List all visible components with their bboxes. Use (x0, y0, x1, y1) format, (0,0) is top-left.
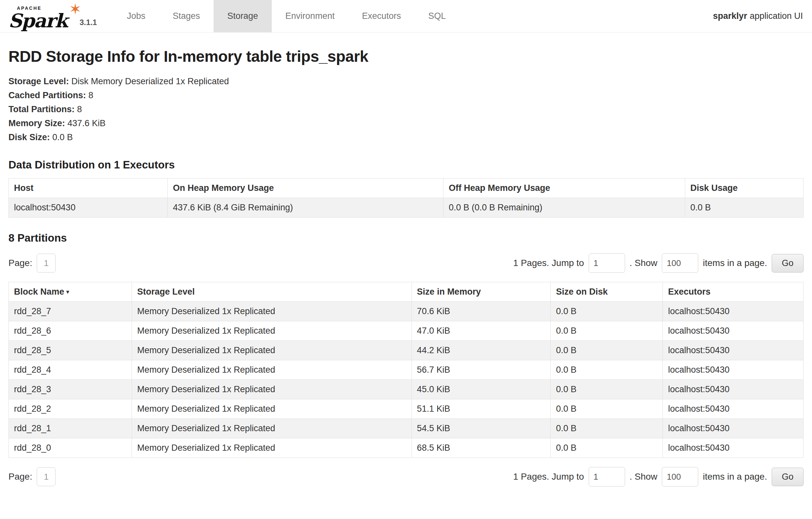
cell-size-on-disk: 0.0 B (551, 341, 663, 360)
cell-size-in-memory: 44.2 KiB (411, 341, 551, 360)
info-disk-size-value: 0.0 B (52, 132, 73, 142)
tab-sql-item: SQL (414, 0, 459, 32)
page-number-group: Page: (8, 467, 56, 486)
tab-stages[interactable]: Stages (159, 0, 213, 32)
partitions-heading: 8 Partitions (8, 232, 804, 244)
cell-block-name: rdd_28_1 (9, 419, 132, 438)
sort-descending-icon: ▾ (66, 289, 69, 295)
tab-executors[interactable]: Executors (348, 0, 414, 32)
data-distribution-heading: Data Distribution on 1 Executors (8, 159, 804, 171)
spark-star-icon: ✶ (69, 2, 82, 17)
info-disk-size-label: Disk Size: (8, 132, 50, 142)
info-total-partitions: Total Partitions: 8 (8, 103, 804, 116)
cell-disk-usage: 0.0 B (685, 198, 803, 218)
cell-executors: localhost:50430 (663, 321, 804, 341)
go-button[interactable]: Go (772, 468, 804, 486)
cell-on-heap: 437.6 KiB (8.4 GiB Remaining) (168, 198, 443, 218)
cell-block-name: rdd_28_0 (9, 438, 132, 458)
info-storage-level-value: Disk Memory Deserialized 1x Replicated (71, 76, 229, 86)
application-name-rest: application UI (750, 11, 803, 21)
table-row: rdd_28_2 Memory Deserialized 1x Replicat… (9, 399, 804, 419)
go-button[interactable]: Go (772, 254, 804, 273)
cell-host: localhost:50430 (9, 198, 168, 218)
table-row: rdd_28_3 Memory Deserialized 1x Replicat… (9, 380, 804, 399)
table-row: localhost:50430 437.6 KiB (8.4 GiB Remai… (9, 198, 804, 218)
items-per-page-input[interactable] (662, 467, 698, 487)
table-row: rdd_28_4 Memory Deserialized 1x Replicat… (9, 360, 804, 380)
cell-executors: localhost:50430 (663, 360, 804, 380)
col-block-name-label: Block Name (14, 287, 64, 297)
cell-block-name: rdd_28_2 (9, 399, 132, 419)
jump-controls: 1 Pages. Jump to . Show items in a page.… (513, 253, 804, 273)
cell-storage-level: Memory Deserialized 1x Replicated (132, 419, 411, 438)
cell-executors: localhost:50430 (663, 399, 804, 419)
cell-storage-level: Memory Deserialized 1x Replicated (132, 321, 411, 341)
cell-block-name: rdd_28_6 (9, 321, 132, 341)
page-label: Page: (8, 471, 32, 482)
col-block-name[interactable]: Block Name▾ (9, 282, 132, 302)
pages-jump-text: 1 Pages. Jump to (513, 471, 584, 482)
data-distribution-table: Host On Heap Memory Usage Off Heap Memor… (8, 178, 804, 218)
info-storage-level: Storage Level: Disk Memory Deserialized … (8, 75, 804, 88)
info-memory-size-label: Memory Size: (8, 118, 65, 128)
cell-size-in-memory: 68.5 KiB (411, 438, 551, 458)
application-name: sparklyr application UI (713, 0, 812, 32)
table-row: rdd_28_0 Memory Deserialized 1x Replicat… (9, 438, 804, 458)
jump-controls: 1 Pages. Jump to . Show items in a page.… (513, 467, 804, 487)
col-executors[interactable]: Executors (663, 282, 804, 302)
spark-wordmark: Spark (8, 10, 67, 32)
jump-to-input[interactable] (589, 253, 625, 273)
cell-executors: localhost:50430 (663, 380, 804, 399)
info-total-partitions-label: Total Partitions: (8, 104, 75, 114)
table-row: rdd_28_6 Memory Deserialized 1x Replicat… (9, 321, 804, 341)
cell-size-on-disk: 0.0 B (551, 438, 663, 458)
cell-storage-level: Memory Deserialized 1x Replicated (132, 302, 411, 321)
info-cached-partitions-value: 8 (88, 90, 93, 100)
tab-executors-item: Executors (348, 0, 414, 32)
cell-size-on-disk: 0.0 B (551, 419, 663, 438)
cell-size-on-disk: 0.0 B (551, 302, 663, 321)
page-number-group: Page: (8, 254, 56, 273)
page-content: RDD Storage Info for In-memory table tri… (0, 48, 812, 515)
cell-storage-level: Memory Deserialized 1x Replicated (132, 438, 411, 458)
tab-stages-item: Stages (159, 0, 213, 32)
info-memory-size-value: 437.6 KiB (68, 118, 106, 128)
cell-size-in-memory: 56.7 KiB (411, 360, 551, 380)
col-size-on-disk[interactable]: Size on Disk (551, 282, 663, 302)
show-text: . Show (630, 471, 658, 482)
spark-brand: APACHE Spark ✶ 3.1.1 (0, 0, 100, 32)
page-number-input[interactable] (37, 467, 56, 486)
top-navbar: APACHE Spark ✶ 3.1.1 Jobs Stages Storage… (0, 0, 812, 32)
items-text: items in a page. (703, 258, 767, 268)
cell-size-in-memory: 47.0 KiB (411, 321, 551, 341)
info-disk-size: Disk Size: 0.0 B (8, 130, 804, 144)
tab-jobs[interactable]: Jobs (113, 0, 159, 32)
cell-size-in-memory: 45.0 KiB (411, 380, 551, 399)
cell-size-in-memory: 51.1 KiB (411, 399, 551, 419)
page-number-input[interactable] (37, 254, 56, 273)
table-row: rdd_28_7 Memory Deserialized 1x Replicat… (9, 302, 804, 321)
tab-storage[interactable]: Storage (213, 0, 272, 32)
main-nav: Jobs Stages Storage Environment Executor… (113, 0, 459, 32)
cell-executors: localhost:50430 (663, 419, 804, 438)
tab-sql[interactable]: SQL (414, 0, 459, 32)
jump-to-input[interactable] (589, 467, 625, 487)
table-header-row: Host On Heap Memory Usage Off Heap Memor… (9, 179, 804, 198)
cell-storage-level: Memory Deserialized 1x Replicated (132, 399, 411, 419)
col-storage-level[interactable]: Storage Level (132, 282, 411, 302)
tab-storage-item: Storage (213, 0, 272, 32)
partitions-table: Block Name▾ Storage Level Size in Memory… (8, 282, 804, 458)
info-storage-level-label: Storage Level: (8, 76, 69, 86)
cell-block-name: rdd_28_4 (9, 360, 132, 380)
spark-logo: APACHE Spark ✶ (6, 3, 79, 31)
application-name-bold: sparklyr (713, 11, 747, 21)
cell-storage-level: Memory Deserialized 1x Replicated (132, 380, 411, 399)
tab-jobs-item: Jobs (113, 0, 159, 32)
show-text: . Show (630, 258, 658, 268)
col-size-in-memory[interactable]: Size in Memory (411, 282, 551, 302)
items-per-page-input[interactable] (662, 253, 698, 273)
cell-storage-level: Memory Deserialized 1x Replicated (132, 341, 411, 360)
tab-environment-item: Environment (272, 0, 348, 32)
table-row: rdd_28_1 Memory Deserialized 1x Replicat… (9, 419, 804, 438)
tab-environment[interactable]: Environment (272, 0, 348, 32)
